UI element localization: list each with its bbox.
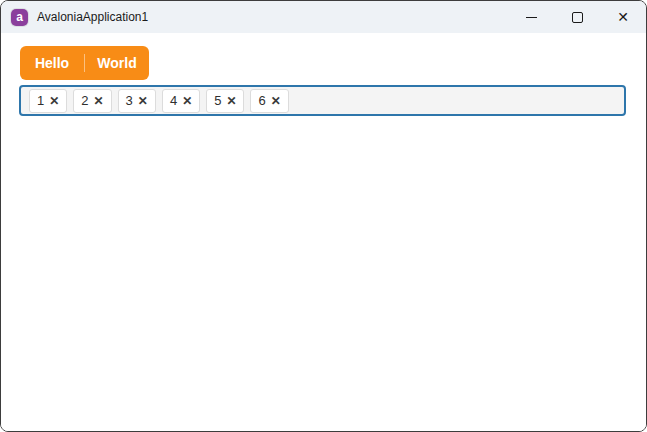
chip-label: 5	[214, 93, 221, 108]
chip[interactable]: 3 ✕	[118, 89, 156, 113]
chip[interactable]: 4 ✕	[162, 89, 200, 113]
caption-buttons: ✕	[508, 1, 646, 33]
chip-remove-icon[interactable]: ✕	[138, 95, 148, 107]
avalonia-logo-icon: a	[11, 9, 28, 26]
chip-remove-icon[interactable]: ✕	[94, 95, 104, 107]
chip-label: 3	[126, 93, 133, 108]
title-bar: a AvaloniaApplication1 ✕	[1, 1, 646, 33]
content-area: Hello World 1 ✕ 2 ✕ 3 ✕ 4 ✕ 5 ✕ 6 ✕	[1, 33, 646, 431]
close-icon: ✕	[617, 10, 629, 24]
tab-item-world[interactable]: World	[85, 46, 149, 80]
chip[interactable]: 6 ✕	[250, 89, 288, 113]
chip[interactable]: 2 ✕	[73, 89, 111, 113]
chip-remove-icon[interactable]: ✕	[271, 95, 281, 107]
chip-label: 2	[81, 93, 88, 108]
chip-label: 4	[170, 93, 177, 108]
chip-remove-icon[interactable]: ✕	[182, 95, 192, 107]
tab-item-hello[interactable]: Hello	[20, 46, 84, 80]
chip-label: 1	[37, 93, 44, 108]
chip[interactable]: 1 ✕	[29, 89, 67, 113]
window-title: AvaloniaApplication1	[37, 10, 148, 24]
maximize-button[interactable]	[554, 1, 600, 33]
chip-input-box[interactable]: 1 ✕ 2 ✕ 3 ✕ 4 ✕ 5 ✕ 6 ✕	[19, 85, 626, 116]
chip-remove-icon[interactable]: ✕	[226, 95, 236, 107]
chip[interactable]: 5 ✕	[206, 89, 244, 113]
maximize-icon	[572, 12, 583, 23]
minimize-icon	[526, 17, 537, 18]
minimize-button[interactable]	[508, 1, 554, 33]
app-window: a AvaloniaApplication1 ✕ Hello World 1 ✕…	[0, 0, 647, 432]
tab-strip: Hello World	[20, 46, 149, 80]
close-button[interactable]: ✕	[600, 1, 646, 33]
chip-remove-icon[interactable]: ✕	[49, 95, 59, 107]
chip-label: 6	[258, 93, 265, 108]
